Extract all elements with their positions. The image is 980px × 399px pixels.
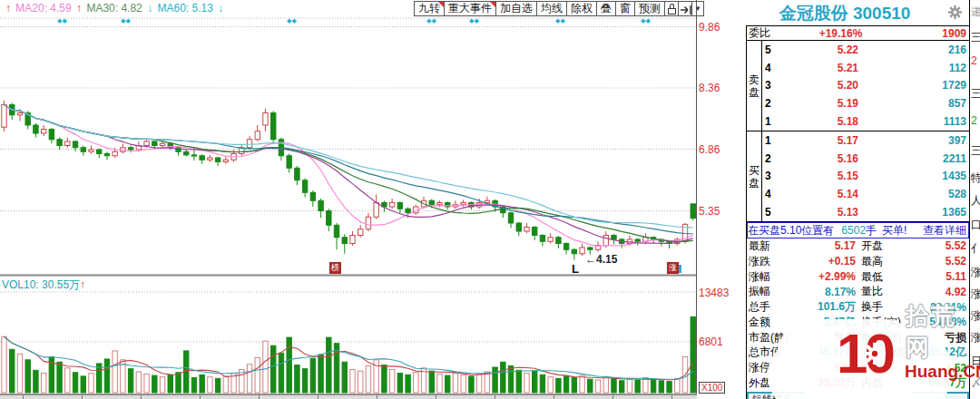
buy-level-row[interactable]: 25.162211 [762,150,969,168]
candle-body [485,200,489,202]
candle-body [548,238,553,242]
ex-dividend-diamond-icon: ◆◆ [121,17,131,24]
buy-level-row[interactable]: 35.151435 [762,168,969,186]
volume-bar [263,341,268,393]
candle-body [612,236,616,240]
volume-ma-label: VOL10: 30.55万↑ [2,277,85,293]
clipped-text-fragment: 人 [971,193,980,209]
candle-body [572,249,576,254]
view-details-link[interactable]: 查看详细 [923,223,968,238]
stats-row: 涨幅+2.99%最低5.11 [747,269,969,285]
price-axis-label: 5.35 [699,205,720,218]
stat-value: 101.6万 [799,299,856,315]
candle-body [524,228,529,232]
weibi-label: 委比 [749,25,770,41]
candle-body [57,140,62,146]
volume-bar [540,375,544,393]
candle-body [508,213,513,223]
volume-bar [548,377,553,393]
sell-level-row[interactable]: 55.22216 [762,41,969,59]
kline-chart[interactable]: ◆◆◆◆◆◆◆◆◆◆◆◆◆◆ [0,0,697,394]
stat-label: 开盘 [856,238,914,254]
sell-level-row[interactable]: 25.19857 [762,94,969,112]
clipped-text-fragment: 亻 [971,241,980,257]
candle-body [429,200,434,205]
volume-bar [667,382,671,393]
stat-label: 最低 [856,269,914,285]
candle-body [104,154,109,156]
level-number: 3 [762,79,777,92]
candle-body [160,143,164,145]
buy-level-row[interactable]: 15.17397 [762,131,969,150]
big-order-notice: 在买盘5.10位置有 6502 手 买单! 查看详细 [747,222,969,238]
volume-bar [627,379,632,393]
volume-bar [310,358,315,393]
stock-app-window: ↑ MA20: 4.59 ↑ MA30: 4.82 ↓ MA60: 5.13 ↓… [0,0,980,399]
candle-body [184,151,189,155]
tab-short-line-genie[interactable]: 短线精灵 [747,392,969,399]
stat-label: 涨停 [747,360,799,375]
candle-body [556,238,561,244]
clipped-text-fragment: 涨 [971,287,980,302]
level-number: 1 [762,115,777,128]
event-badge-left[interactable]: 榜 [329,262,341,274]
volume-bar [508,365,513,393]
candle-body [255,131,260,140]
stat-label: 最新 [747,238,799,254]
stat-value: 20.11% [914,301,969,314]
level-price: 5.22 [777,44,911,56]
level-price: 5.20 [777,79,911,92]
buy-label: 买盘 [747,131,762,221]
candle-body [389,203,394,208]
axis-tick [612,395,613,399]
volume-bar [247,365,251,393]
chart-right-border [696,0,697,394]
volume-bar [406,375,410,393]
title-bar: 金冠股份 300510 [746,0,969,25]
sell-level-row[interactable]: 45.21112 [762,59,969,77]
settings-gear-icon[interactable] [948,5,962,19]
volume-bar [612,378,616,393]
candle-body [152,141,157,146]
stat-label: 流通市值 [856,345,914,360]
level-number: 2 [762,97,777,110]
stat-value: 5.47亿 [799,315,856,330]
low-price-annotation: ←4.15 [585,253,617,266]
clipped-text-fragment: 特 [971,170,980,186]
level-number: 2 [762,152,777,165]
candle-body [215,158,220,162]
candle-body [533,228,537,236]
stat-label: 总市值 [747,345,799,360]
stat-label: 量比 [856,284,914,299]
stat-label: 总手 [747,299,799,315]
volume-bar [176,373,181,393]
level-volume: 1113 [911,115,969,128]
candle-body [540,236,544,242]
buy-level-row[interactable]: 45.14528 [762,185,969,203]
candle-body [49,130,54,140]
ex-dividend-diamond-icon: ◆◆ [287,17,297,24]
stat-value: 5.52 [914,239,969,252]
stats-row: 涨停5.52跌停4.52 [747,360,969,375]
stats-row: 总手101.6万换手20.11% [747,299,969,315]
candle-body [437,203,442,205]
volume-bar [73,373,77,393]
level-number: 3 [762,170,777,182]
ma-line [5,105,693,242]
sell-level-row[interactable]: 15.181113 [762,112,969,131]
time-axis-scrollbar[interactable] [0,394,697,399]
level-volume: 397 [911,134,969,147]
volume-bar [635,380,640,393]
volume-bar [643,378,648,393]
candle-body [128,148,132,150]
candle-body [247,140,251,148]
low-point-l-marker: L [572,262,579,276]
event-badge-right[interactable]: 涨 [667,262,679,274]
weibi-value: +19.16% [770,27,911,40]
candle-body [34,125,38,133]
volume-bar [691,316,695,393]
buy-level-row[interactable]: 55.131365 [762,203,969,221]
price-axis-label: 8.36 [699,82,720,94]
level-volume: 112 [911,62,969,74]
sell-level-row[interactable]: 35.201729 [762,77,969,95]
